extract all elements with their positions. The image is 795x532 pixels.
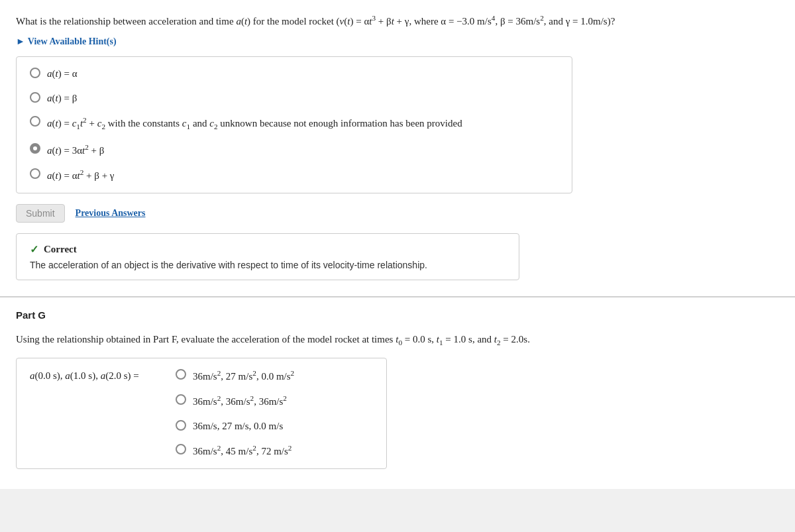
pg-option-4[interactable]: 36m/s2, 45 m/s2, 72 m/s2	[176, 443, 294, 459]
pg-option-1[interactable]: 36m/s2, 27 m/s2, 0.0 m/s2	[176, 368, 294, 384]
pg-radio-2[interactable]	[176, 394, 186, 405]
option-2[interactable]: a(t) = β	[30, 91, 558, 106]
correct-header: ✓ Correct	[30, 243, 505, 256]
option-4[interactable]: a(t) = 3αt2 + β	[30, 142, 558, 158]
pg-option-1-text: 36m/s2, 27 m/s2, 0.0 m/s2	[193, 368, 294, 384]
pg-radio-1[interactable]	[176, 369, 186, 380]
previous-answers-link[interactable]: Previous Answers	[76, 208, 146, 219]
correct-label: Correct	[44, 244, 77, 255]
part-g-label: Part G	[16, 309, 779, 321]
checkmark-icon: ✓	[30, 243, 38, 256]
option-1-text: a(t) = α	[47, 66, 78, 81]
option-4-text: a(t) = 3αt2 + β	[47, 142, 104, 158]
option-5-text: a(t) = αt2 + β + γ	[47, 167, 114, 184]
arrow-icon: ►	[16, 36, 25, 47]
submit-row: Submit Previous Answers	[16, 204, 779, 223]
part-g-question: Using the relationship obtained in Part …	[16, 331, 779, 348]
pg-radio-4[interactable]	[176, 444, 186, 454]
pg-option-2[interactable]: 36m/s2, 36m/s2, 36m/s2	[176, 393, 294, 409]
pg-radio-3[interactable]	[176, 420, 186, 431]
option-1[interactable]: a(t) = α	[30, 66, 558, 81]
option-3[interactable]: a(t) = c1t2 + c2 with the constants c1 a…	[30, 115, 558, 133]
hint-label: View Available Hint(s)	[28, 36, 117, 47]
option-2-text: a(t) = β	[47, 91, 77, 106]
pg-option-2-text: 36m/s2, 36m/s2, 36m/s2	[193, 393, 287, 409]
radio-5[interactable]	[30, 168, 40, 179]
radio-3[interactable]	[30, 116, 40, 127]
correct-body: The acceleration of an object is the der…	[30, 260, 505, 270]
option-3-text: a(t) = c1t2 + c2 with the constants c1 a…	[47, 115, 462, 133]
part-g-section: Part G Using the relationship obtained i…	[16, 309, 779, 469]
section-divider	[0, 296, 795, 297]
submit-button[interactable]: Submit	[16, 204, 65, 223]
part-g-options: 36m/s2, 27 m/s2, 0.0 m/s2 36m/s2, 36m/s2…	[176, 368, 294, 459]
answer-options-box: a(t) = α a(t) = β a(t) = c1t2 + c2 with …	[16, 56, 572, 193]
correct-box: ✓ Correct The acceleration of an object …	[16, 233, 519, 280]
part-g-answer-box: a(0.0 s), a(1.0 s), a(2.0 s) = 36m/s2, 2…	[16, 358, 387, 469]
question-text: What is the relationship between acceler…	[16, 12, 779, 29]
hint-link[interactable]: ► View Available Hint(s)	[16, 36, 117, 47]
option-5[interactable]: a(t) = αt2 + β + γ	[30, 167, 558, 184]
part-g-left-text: a(0.0 s), a(1.0 s), a(2.0 s) =	[30, 370, 139, 382]
pg-option-3-text: 36m/s, 27 m/s, 0.0 m/s	[193, 419, 283, 434]
radio-1[interactable]	[30, 68, 40, 78]
pg-option-3[interactable]: 36m/s, 27 m/s, 0.0 m/s	[176, 419, 294, 434]
part-g-left-label: a(0.0 s), a(1.0 s), a(2.0 s) =	[30, 368, 176, 382]
pg-option-4-text: 36m/s2, 45 m/s2, 72 m/s2	[193, 443, 292, 459]
radio-4[interactable]	[30, 143, 40, 154]
radio-2[interactable]	[30, 92, 40, 103]
